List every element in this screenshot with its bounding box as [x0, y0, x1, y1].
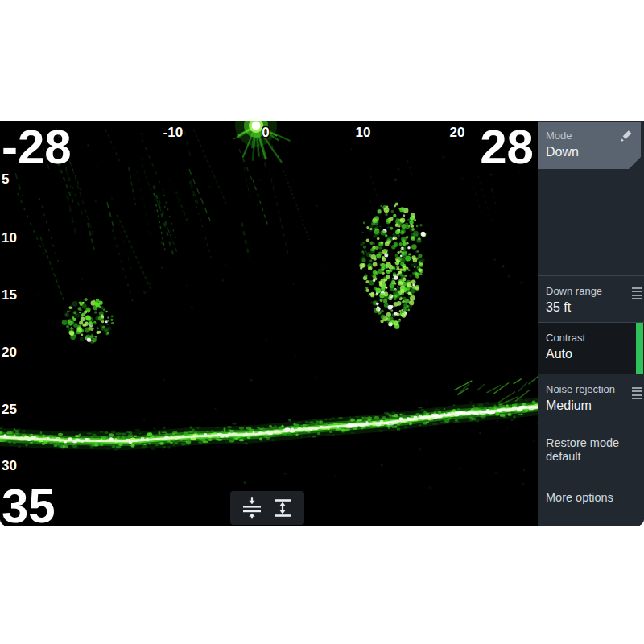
list-lines-icon	[632, 287, 642, 300]
svg-text:35: 35	[2, 479, 56, 526]
contrast-accent-bar	[636, 323, 643, 374]
svg-text:30: 30	[2, 458, 17, 473]
svg-text:20: 20	[450, 125, 465, 140]
sonar-display: -100102051015202530-282835	[0, 121, 538, 526]
noise-rejection-value: Medium	[546, 398, 636, 414]
split-position-button[interactable]	[240, 496, 264, 520]
svg-text:-28: -28	[2, 121, 72, 174]
svg-text:-10: -10	[163, 125, 184, 140]
svg-text:20: 20	[2, 345, 17, 360]
menu-item-mode[interactable]: Mode Down	[538, 122, 641, 169]
sonar-screen: -100102051015202530-282835	[0, 121, 644, 526]
contrast-label: Contrast	[546, 332, 636, 345]
split-position-icon	[241, 497, 263, 519]
depth-range-toolbar	[230, 491, 304, 525]
contrast-value: Auto	[546, 346, 636, 362]
range-adjust-button[interactable]	[270, 496, 295, 520]
svg-text:15: 15	[2, 287, 17, 303]
svg-text:10: 10	[356, 125, 371, 140]
menu-sidebar: Mode Down Down range 35 ft Contrast Auto	[538, 121, 644, 526]
menu-item-more-options[interactable]: More options	[538, 477, 644, 526]
page: -100102051015202530-282835	[0, 0, 644, 644]
svg-text:10: 10	[2, 230, 17, 246]
list-lines-icon	[632, 387, 642, 400]
pencil-icon	[618, 129, 634, 144]
svg-text:0: 0	[262, 125, 269, 140]
menu-item-noise-rejection[interactable]: Noise rejection Medium	[538, 374, 644, 427]
down-range-label: Down range	[546, 285, 636, 298]
mode-value: Down	[546, 144, 633, 160]
menu-item-contrast[interactable]: Contrast Auto	[538, 322, 644, 374]
menu-item-restore-mode-default[interactable]: Restore mode default	[538, 427, 644, 477]
restore-mode-label: Restore mode default	[546, 436, 630, 464]
noise-rejection-label: Noise rejection	[546, 383, 636, 396]
menu-item-down-range[interactable]: Down range 35 ft	[538, 275, 644, 322]
down-range-value: 35 ft	[546, 299, 636, 316]
range-adjust-icon	[271, 497, 294, 519]
svg-text:28: 28	[480, 121, 534, 174]
more-options-label: More options	[546, 491, 630, 505]
svg-text:25: 25	[2, 402, 17, 417]
